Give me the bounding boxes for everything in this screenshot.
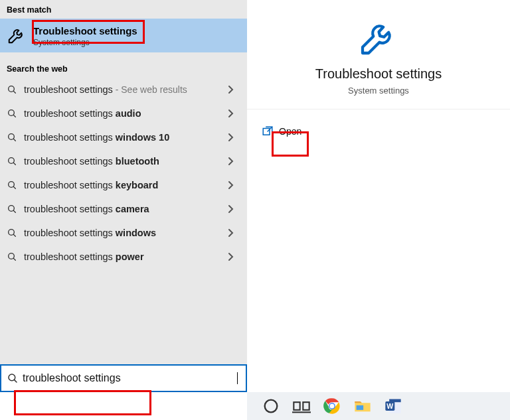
svg-line-13 <box>13 234 15 236</box>
preview-panel: Troubleshoot settings System settings Op… <box>247 0 510 392</box>
web-result-item[interactable]: troubleshoot settings bluetooth <box>0 149 247 173</box>
chevron-right-icon[interactable] <box>227 204 234 214</box>
search-icon <box>7 204 17 214</box>
best-match-header: Best match <box>0 0 247 19</box>
search-icon <box>7 108 17 119</box>
search-icon <box>7 156 17 167</box>
task-view-icon[interactable] <box>292 397 311 415</box>
word-icon[interactable]: W <box>384 397 402 415</box>
chevron-right-icon[interactable] <box>227 252 234 261</box>
search-icon <box>7 228 17 238</box>
open-icon <box>262 125 274 137</box>
best-match-title: Troubleshoot settings <box>33 25 137 36</box>
search-icon <box>7 180 17 190</box>
svg-rect-18 <box>263 129 270 135</box>
svg-point-25 <box>330 404 335 409</box>
svg-rect-21 <box>303 402 309 410</box>
best-match-text: Troubleshoot settings System settings <box>33 25 137 47</box>
web-result-item[interactable]: troubleshoot settings keyboard <box>0 173 247 197</box>
svg-line-15 <box>13 258 15 260</box>
web-result-label: troubleshoot settings - See web results <box>24 84 220 95</box>
open-action[interactable]: Open <box>247 121 510 141</box>
svg-line-5 <box>13 139 15 141</box>
web-result-label: troubleshoot settings bluetooth <box>24 156 220 167</box>
preview-subtitle: System settings <box>348 86 409 96</box>
preview-title: Troubleshoot settings <box>315 66 442 82</box>
preview-header: Troubleshoot settings System settings <box>247 0 510 109</box>
taskbar: W <box>247 392 510 420</box>
search-icon <box>7 84 17 95</box>
svg-line-9 <box>13 186 15 188</box>
open-label: Open <box>279 126 301 137</box>
web-result-label: troubleshoot settings camera <box>24 204 220 214</box>
svg-point-19 <box>265 400 278 413</box>
web-result-item[interactable]: troubleshoot settings camera <box>0 197 247 221</box>
chevron-right-icon[interactable] <box>227 85 234 94</box>
search-icon <box>7 132 17 143</box>
wrench-icon <box>357 16 400 58</box>
chevron-right-icon[interactable] <box>227 180 234 190</box>
cortana-icon[interactable] <box>262 397 280 415</box>
svg-line-17 <box>14 380 17 382</box>
best-match-subtitle: System settings <box>33 38 137 47</box>
web-result-label: troubleshoot settings power <box>24 251 220 262</box>
chevron-right-icon[interactable] <box>227 109 234 118</box>
web-result-item[interactable]: troubleshoot settings audio <box>0 102 247 125</box>
chevron-right-icon[interactable] <box>227 157 234 166</box>
web-result-label: troubleshoot settings keyboard <box>24 180 220 190</box>
best-match-result[interactable]: Troubleshoot settings System settings <box>0 19 247 52</box>
web-result-item[interactable]: troubleshoot settings windows 10 <box>0 125 247 149</box>
svg-line-1 <box>13 91 15 93</box>
web-result-label: troubleshoot settings windows 10 <box>24 132 220 143</box>
text-cursor <box>237 372 238 384</box>
chevron-right-icon[interactable] <box>227 133 234 142</box>
svg-line-7 <box>13 163 15 165</box>
search-input[interactable] <box>23 372 233 384</box>
file-explorer-icon[interactable] <box>353 397 372 415</box>
web-results-header: Search the web <box>0 59 247 78</box>
preview-actions: Open <box>247 109 510 141</box>
web-result-item[interactable]: troubleshoot settings windows <box>0 221 247 245</box>
svg-rect-26 <box>357 405 364 410</box>
svg-text:W: W <box>386 402 393 410</box>
web-result-item[interactable]: troubleshoot settings - See web results <box>0 78 247 102</box>
annotation-highlight <box>14 390 151 415</box>
search-results-panel: Best match Troubleshoot settings System … <box>0 0 247 392</box>
search-bar-container <box>0 364 247 392</box>
web-results-list: troubleshoot settings - See web resultst… <box>0 78 247 269</box>
svg-rect-20 <box>294 402 299 410</box>
chevron-right-icon[interactable] <box>227 228 234 238</box>
search-icon <box>7 372 19 384</box>
web-result-label: troubleshoot settings audio <box>24 108 220 119</box>
svg-line-11 <box>13 210 15 212</box>
search-input-container[interactable] <box>0 364 247 392</box>
search-icon <box>7 251 17 262</box>
svg-line-3 <box>13 115 15 117</box>
web-result-label: troubleshoot settings windows <box>24 228 220 238</box>
web-result-item[interactable]: troubleshoot settings power <box>0 245 247 269</box>
wrench-icon <box>7 25 27 45</box>
chrome-icon[interactable] <box>323 397 341 415</box>
